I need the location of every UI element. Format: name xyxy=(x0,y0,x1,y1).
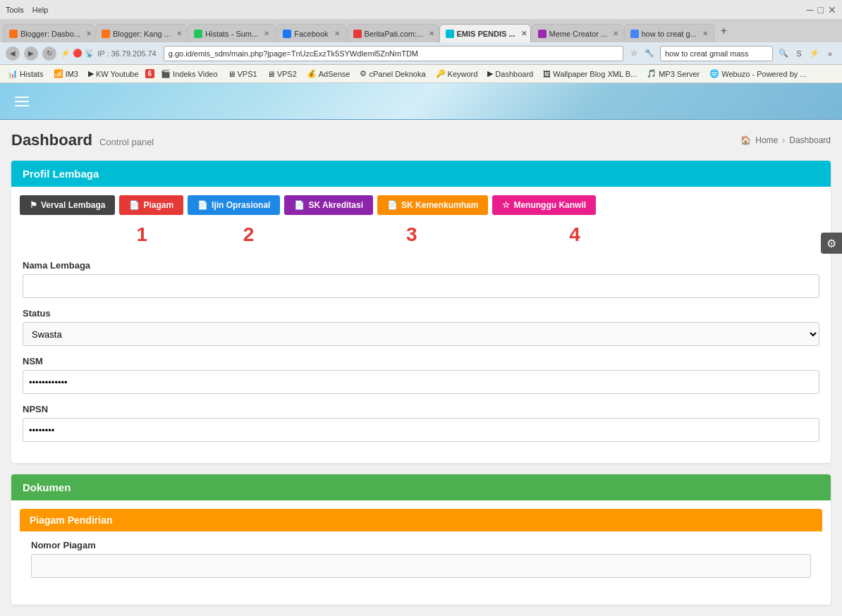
nsm-input[interactable] xyxy=(23,370,819,394)
nama-lembaga-input[interactable] xyxy=(23,274,819,298)
tab-histats[interactable]: Histats - Sum... ✕ xyxy=(188,24,276,42)
verval-icon: ⚑ xyxy=(30,200,37,210)
piagam-button[interactable]: 📄 Piagam xyxy=(119,195,183,215)
piagam-icon: 📄 xyxy=(129,200,140,210)
action-numbers-row: 1 2 3 4 xyxy=(11,223,831,252)
search-icon[interactable]: 🔍 xyxy=(777,47,790,60)
bookmark-star-icon[interactable]: ☆ xyxy=(628,47,640,60)
reload-button[interactable]: ↻ xyxy=(42,47,56,61)
sk-kemenkumham-button[interactable]: 📄 SK Kemenkumham xyxy=(377,195,488,215)
tab-close[interactable]: ✕ xyxy=(613,30,618,37)
superstats-icon[interactable]: S xyxy=(793,47,805,60)
tab-close[interactable]: ✕ xyxy=(521,30,527,37)
browser-menu: Tools Help xyxy=(6,6,48,14)
extension-icon[interactable]: 🔧 xyxy=(643,47,656,60)
dokumen-header: Dokumen xyxy=(11,474,831,500)
status-select[interactable]: Swasta Negeri xyxy=(23,322,819,346)
tab-label: Meme Creator ... xyxy=(549,30,608,38)
bookmark-vps1[interactable]: 🖥 VPS1 xyxy=(224,68,261,80)
ip-display: IP : 36.79.205.74 xyxy=(97,49,157,58)
verval-lembaga-button[interactable]: ⚑ Verval Lembaga xyxy=(20,195,115,215)
page-title-area: Dashboard Control panel xyxy=(11,131,154,149)
num4-spacer: 4 xyxy=(494,223,657,246)
hamburger-line xyxy=(15,105,29,106)
tab-blogger-kang[interactable]: Blogger: Kang ... ✕ xyxy=(95,24,187,42)
address-input[interactable] xyxy=(164,46,623,61)
breadcrumb-current: Dashboard xyxy=(789,135,831,145)
tab-favicon xyxy=(446,30,454,38)
bookmark-kw-youtube[interactable]: ▶ KW Youtube xyxy=(85,68,142,80)
close-btn[interactable]: ✕ xyxy=(828,4,836,16)
number-1: 1 xyxy=(136,223,147,246)
tab-close[interactable]: ✕ xyxy=(702,30,708,37)
sk-akreditasi-button[interactable]: 📄 SK Akreditasi xyxy=(284,195,373,215)
bookmark-indeks-video[interactable]: 🎬 Indeks Video xyxy=(157,68,221,80)
tab-favicon xyxy=(194,30,202,38)
search-input[interactable] xyxy=(660,46,773,61)
piagam-pendirian-title: Piagam Pendirian xyxy=(30,515,112,526)
bookmark-histats[interactable]: 📊 Histats xyxy=(4,68,47,80)
gear-icon: ⚙ xyxy=(826,237,836,250)
bookmark-adsense[interactable]: 💰 AdSense xyxy=(303,68,354,80)
maximize-btn[interactable]: □ xyxy=(818,4,824,16)
extra-icon[interactable]: ⚡ xyxy=(808,47,821,60)
tab-close[interactable]: ✕ xyxy=(176,30,182,37)
tab-gmail[interactable]: how to creat g... ✕ xyxy=(624,24,714,42)
tools-menu[interactable]: Tools xyxy=(6,6,24,14)
bookmark-wallpaper[interactable]: 🖼 Wallpaper Blog XML B... xyxy=(539,68,640,80)
main-content: Dashboard Control panel 🏠 Home › Dashboa… xyxy=(0,120,842,616)
tab-beritapati[interactable]: BeritaPati.com:... ✕ xyxy=(347,24,439,42)
tab-blogger-dasbo[interactable]: Blogger: Dasbo... ✕ xyxy=(3,24,94,42)
settings-gear[interactable]: ⚙ xyxy=(821,233,842,254)
badge-6: 6 xyxy=(145,69,155,78)
tab-meme-creator[interactable]: Meme Creator ... ✕ xyxy=(532,24,623,42)
npsn-group: NPSN xyxy=(23,404,819,442)
sk-akreditasi-icon: 📄 xyxy=(294,200,305,210)
bookmark-im3[interactable]: 📶 IM3 xyxy=(50,68,82,80)
tab-close[interactable]: ✕ xyxy=(86,30,92,37)
bookmark-mp3[interactable]: 🎵 MP3 Server xyxy=(643,68,703,80)
bookmark-cpanel[interactable]: ⚙ cPanel Deknoka xyxy=(356,68,429,80)
tab-close[interactable]: ✕ xyxy=(429,30,434,37)
back-button[interactable]: ◀ xyxy=(6,47,20,61)
tab-label: Facebook xyxy=(294,30,328,38)
bookmark-vps2[interactable]: 🖥 VPS2 xyxy=(264,68,300,80)
profil-lembaga-panel: Profil Lembaga ⚑ Verval Lembaga 📄 Piagam… xyxy=(11,161,831,463)
nomor-piagam-input[interactable] xyxy=(31,554,811,578)
tab-close[interactable]: ✕ xyxy=(334,30,340,37)
hamburger-menu[interactable] xyxy=(11,91,32,112)
bookmark-keyword[interactable]: 🔑 Keyword xyxy=(432,68,482,80)
forward-button[interactable]: ▶ xyxy=(24,47,38,61)
number-4: 4 xyxy=(569,223,580,246)
npsn-input[interactable] xyxy=(23,418,819,442)
page-title: Dashboard xyxy=(11,131,92,149)
tab-close[interactable]: ✕ xyxy=(264,30,269,37)
new-tab-btn[interactable]: + xyxy=(715,22,733,40)
num2-spacer: 2 xyxy=(167,223,330,246)
page-subtitle: Control panel xyxy=(99,137,154,147)
nomor-piagam-label: Nomor Piagam xyxy=(31,540,811,550)
bookmark-webuzo[interactable]: 🌐 Webuzo - Powered by ... xyxy=(706,68,810,80)
help-menu[interactable]: Help xyxy=(32,6,49,14)
menunggu-kanwil-button[interactable]: ☆ Menunggu Kanwil xyxy=(492,195,596,215)
dokumen-content: Piagam Pendirian Nomor Piagam xyxy=(11,500,831,605)
tab-label: how to creat g... xyxy=(642,30,697,38)
tab-emis-pendis[interactable]: EMIS PENDIS ... ✕ xyxy=(439,24,531,42)
tab-facebook[interactable]: Facebook ✕ xyxy=(276,24,346,42)
status-icons: ⚡ 🔴 📡 xyxy=(61,49,94,58)
extra-icon2[interactable]: » xyxy=(824,47,836,60)
nsm-label: NSM xyxy=(23,356,819,366)
minimize-btn[interactable]: ─ xyxy=(807,4,814,16)
sk-kemenkumham-icon: 📄 xyxy=(387,200,398,210)
bookmarks-bar: 📊 Histats 📶 IM3 ▶ KW Youtube 6 🎬 Indeks … xyxy=(0,65,842,83)
page-header: Dashboard Control panel 🏠 Home › Dashboa… xyxy=(11,131,831,149)
tab-favicon xyxy=(102,30,110,38)
ijin-icon: 📄 xyxy=(197,200,208,210)
dokumen-title: Dokumen xyxy=(23,481,71,493)
address-bar-icons: ☆ 🔧 xyxy=(628,47,656,60)
breadcrumb-home[interactable]: Home xyxy=(755,135,778,145)
ijin-oprasional-button[interactable]: 📄 Ijin Oprasional xyxy=(188,195,280,215)
app-header xyxy=(0,83,842,120)
profil-form: Nama Lembaga Status Swasta Negeri NSM NP… xyxy=(11,252,831,463)
bookmark-dashboard[interactable]: ▶ Dashboard xyxy=(484,68,537,80)
